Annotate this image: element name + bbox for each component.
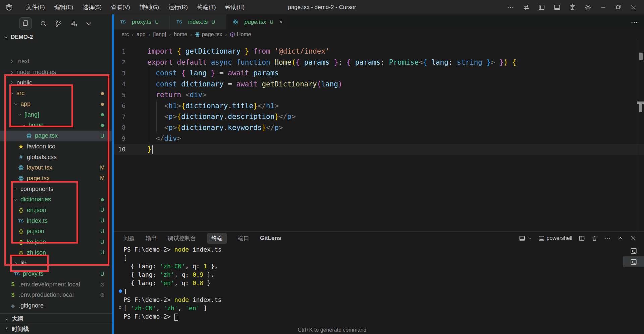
code-line-6[interactable]: 6 <h1>{dictionary.title}</h1> bbox=[114, 101, 644, 112]
panel-tab-终端[interactable]: 终端 bbox=[207, 233, 227, 244]
search-icon[interactable] bbox=[40, 20, 47, 27]
close-tab-icon[interactable]: × bbox=[279, 19, 282, 25]
chevron-up-icon[interactable] bbox=[617, 235, 624, 242]
line-number: 4 bbox=[114, 80, 125, 87]
tree-item-dictionaries[interactable]: dictionaries bbox=[0, 194, 112, 205]
tree-item-.env.production.local[interactable]: $.env.production.local⊘ bbox=[0, 290, 112, 300]
scrollbar-thumb[interactable] bbox=[639, 53, 643, 60]
code-line-10[interactable]: 10} bbox=[114, 144, 644, 155]
command-decoration-filled[interactable] bbox=[119, 289, 122, 293]
git-status-badge: ⊘ bbox=[99, 281, 106, 288]
panel-tab-GitLens[interactable]: GitLens bbox=[260, 235, 281, 242]
tab-proxy.ts[interactable]: TSproxy.tsU bbox=[114, 14, 170, 29]
tab-index.ts[interactable]: TSindex.tsU bbox=[170, 14, 227, 29]
panel-tab-端口[interactable]: 端口 bbox=[238, 235, 249, 242]
minimize-button[interactable] bbox=[600, 4, 606, 10]
tree-item-favicon.ico[interactable]: ★favicon.ico bbox=[0, 141, 112, 152]
close-icon[interactable] bbox=[630, 235, 636, 242]
chevron-down-icon[interactable] bbox=[528, 236, 532, 241]
panel-tab-输出[interactable]: 输出 bbox=[146, 235, 157, 242]
tree-item-globals.css[interactable]: #globals.css bbox=[0, 152, 112, 162]
code-line-9[interactable]: 9 </div> bbox=[114, 133, 644, 144]
tree-item-index.ts[interactable]: TSindex.tsU bbox=[0, 215, 112, 226]
git-status-badge: U bbox=[99, 239, 106, 245]
code-line-8[interactable]: 8 <p>{dictionary.keywords}</p> bbox=[114, 122, 644, 133]
tree-item-ja.json[interactable]: {}ja.jsonU bbox=[0, 226, 112, 237]
editor-actions-more-icon[interactable]: ⋯ bbox=[631, 14, 644, 29]
breadcrumb-label: page.tsx bbox=[202, 31, 222, 38]
files-icon[interactable] bbox=[19, 17, 32, 29]
panel-tab-调试控制台[interactable]: 调试控制台 bbox=[168, 235, 196, 242]
terminal-shell-item[interactable]: powershell bbox=[538, 235, 572, 242]
layout-panel-icon[interactable] bbox=[519, 235, 525, 242]
react-file-icon bbox=[17, 165, 24, 171]
command-decoration-ring[interactable] bbox=[119, 306, 121, 309]
layout-panel-icon[interactable] bbox=[554, 4, 560, 11]
arrows-swap-icon[interactable] bbox=[523, 4, 530, 11]
menu-转到[interactable]: 转到(G) bbox=[135, 0, 164, 14]
git-branch-icon[interactable] bbox=[55, 20, 62, 27]
ellipsis-icon[interactable]: ⋯ bbox=[507, 3, 514, 11]
tree-item-ko.json[interactable]: {}ko.jsonU bbox=[0, 237, 112, 248]
tree-item-en.json[interactable]: {}en.jsonU bbox=[0, 205, 112, 216]
tree-item-page.tsx[interactable]: page.tsxU bbox=[0, 131, 112, 141]
restore-button[interactable] bbox=[615, 4, 622, 10]
breadcrumb-src[interactable]: src bbox=[122, 31, 129, 38]
menu-查看[interactable]: 查看(V) bbox=[106, 0, 135, 14]
tree-item-app[interactable]: app bbox=[0, 99, 112, 110]
layout-sidebar-icon[interactable] bbox=[538, 4, 545, 11]
menu-终端[interactable]: 终端(T) bbox=[193, 0, 221, 14]
code-line-7[interactable]: 7 <p>{dictionary.description}</p> bbox=[114, 111, 644, 122]
section-大纲[interactable]: 大纲 bbox=[0, 313, 112, 324]
terminal-instance-2[interactable] bbox=[623, 256, 644, 267]
tree-item-.env.development.local[interactable]: $.env.development.local⊘ bbox=[0, 279, 112, 290]
menu-选择[interactable]: 选择(S) bbox=[78, 0, 106, 14]
cursor-logo-icon[interactable] bbox=[569, 4, 576, 11]
tree-item-layout.tsx[interactable]: layout.tsxM bbox=[0, 162, 112, 173]
breadcrumb-page.tsx[interactable]: page.tsx bbox=[195, 31, 222, 38]
code-line-3[interactable]: 3 const { lang } = await params bbox=[114, 68, 644, 79]
breadcrumb-Home[interactable]: Home bbox=[230, 31, 251, 38]
close-button[interactable] bbox=[630, 4, 637, 10]
menu-编辑[interactable]: 编辑(E) bbox=[50, 0, 78, 14]
split-icon[interactable] bbox=[579, 235, 585, 242]
breadcrumb-app[interactable]: app bbox=[137, 31, 146, 38]
tree-item-page.tsx[interactable]: page.tsxM bbox=[0, 173, 112, 184]
tree-item-node_modules[interactable]: node_modules bbox=[0, 67, 112, 78]
tree-item-src[interactable]: src bbox=[0, 88, 112, 99]
panel-tab-问题[interactable]: 问题 bbox=[123, 235, 135, 242]
tree-item-.next[interactable]: .next bbox=[0, 56, 112, 67]
tree-item-zh.json[interactable]: {}zh.jsonU bbox=[0, 247, 112, 258]
editor-scrollbar[interactable] bbox=[636, 40, 644, 231]
explorer-root[interactable]: DEMO-2 bbox=[0, 32, 112, 42]
menu-帮助[interactable]: 帮助(H) bbox=[221, 0, 250, 14]
terminal-output[interactable]: PS F:\demo-2> node index.ts[ { lang: 'zh… bbox=[123, 245, 222, 321]
extensions-icon[interactable] bbox=[70, 20, 77, 27]
code-line-1[interactable]: 1import { getDictionary } from '@dict/in… bbox=[114, 46, 644, 57]
code-editor[interactable]: 1import { getDictionary } from '@dict/in… bbox=[114, 40, 644, 231]
tree-item-[lang][interactable]: [lang] bbox=[0, 109, 112, 120]
tab-page.tsx[interactable]: page.tsxU× bbox=[227, 14, 288, 29]
code-line-4[interactable]: 4 const dictionary = await getDictionary… bbox=[114, 79, 644, 90]
menu-运行[interactable]: 运行(R) bbox=[164, 0, 193, 14]
git-file-icon: ◆ bbox=[9, 303, 16, 309]
title-bar: 文件(F)编辑(E)选择(S)查看(V)转到(G)运行(R)终端(T)帮助(H)… bbox=[0, 0, 644, 14]
trash-icon[interactable] bbox=[591, 235, 598, 242]
tree-item-home[interactable]: home bbox=[0, 120, 112, 131]
tree-item-components[interactable]: components bbox=[0, 184, 112, 194]
code-line-2[interactable]: 2export default async function Home({ pa… bbox=[114, 57, 644, 68]
breadcrumb-home[interactable]: home bbox=[174, 31, 187, 38]
tree-item-lib[interactable]: lib bbox=[0, 258, 112, 269]
tree-item-.gitignore[interactable]: ◆.gitignore bbox=[0, 300, 112, 311]
ellipsis-icon[interactable]: ⋯ bbox=[604, 235, 611, 242]
tree-item-public[interactable]: public bbox=[0, 77, 112, 88]
gear-icon[interactable] bbox=[585, 4, 591, 11]
menu-文件[interactable]: 文件(F) bbox=[21, 0, 50, 14]
section-时间线[interactable]: 时间线 bbox=[0, 324, 112, 334]
code-line-5[interactable]: 5 return <div> bbox=[114, 89, 644, 101]
git-status-badge bbox=[99, 112, 106, 118]
tree-item-proxy.ts[interactable]: TSproxy.tsU bbox=[0, 269, 112, 279]
breadcrumb-[lang][interactable]: [lang] bbox=[153, 31, 166, 38]
chevron-down-icon[interactable] bbox=[85, 20, 92, 27]
terminal-instance-1[interactable] bbox=[623, 245, 644, 256]
